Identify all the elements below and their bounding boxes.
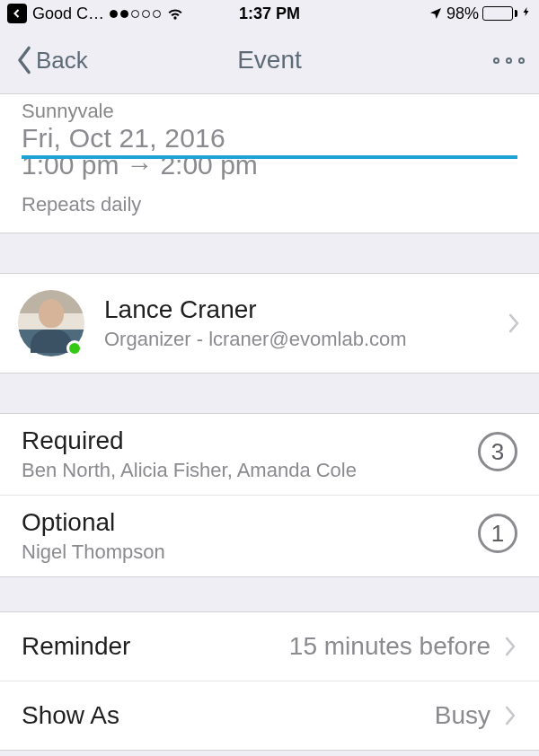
wifi-icon [166,4,184,22]
reminder-row[interactable]: Reminder 15 minutes before [0,612,539,681]
back-label: Back [36,47,88,75]
required-label: Required [22,426,478,455]
event-recurrence: Repeats daily [22,193,517,216]
organizer-section[interactable]: Lance Craner Organizer - lcraner@evomlab… [0,273,539,374]
reminder-label: Reminder [22,632,289,661]
clock: 1:37 PM [239,4,300,23]
reminder-value: 15 minutes before [289,632,490,661]
attendees-section: Required Ben North, Alicia Fisher, Amand… [0,413,539,577]
status-bar: Good C… 1:37 PM 98% [0,0,539,27]
optional-label: Optional [22,508,478,537]
optional-names: Nigel Thompson [22,541,478,564]
battery-percent: 98% [446,4,479,23]
presence-indicator [66,340,83,356]
event-settings-section: Reminder 15 minutes before Show As Busy [0,611,539,751]
required-attendees-row[interactable]: Required Ben North, Alicia Fisher, Amand… [0,414,539,496]
optional-count-badge: 1 [478,514,517,553]
signal-strength-icon [110,10,161,18]
back-to-app-icon[interactable] [7,4,27,23]
event-location: Sunnyvale [22,100,517,121]
show-as-row[interactable]: Show As Busy [0,681,539,750]
charging-icon [521,4,532,23]
more-options-button[interactable] [493,57,525,64]
chevron-right-icon [503,635,517,658]
required-count-badge: 3 [478,432,517,471]
required-names: Ben North, Alicia Fisher, Amanda Cole [22,459,478,482]
show-as-label: Show As [22,701,435,730]
battery-icon [482,6,517,21]
carrier-label: Good C… [32,4,104,23]
chevron-right-icon [507,312,521,335]
back-button[interactable]: Back [14,45,88,75]
organizer-subtitle: Organizer - lcraner@evomlab.com [104,328,507,351]
event-date: Fri, Oct 21, 2016 [22,123,517,154]
avatar [18,290,84,356]
organizer-name: Lance Craner [104,295,507,324]
location-icon [429,6,443,21]
navigation-bar: Back Event [0,27,539,93]
optional-attendees-row[interactable]: Optional Nigel Thompson 1 [0,496,539,576]
show-as-value: Busy [435,701,490,730]
chevron-right-icon [503,704,517,727]
event-time-section: Sunnyvale Fri, Oct 21, 2016 1:00 pm→2:00… [0,93,539,233]
